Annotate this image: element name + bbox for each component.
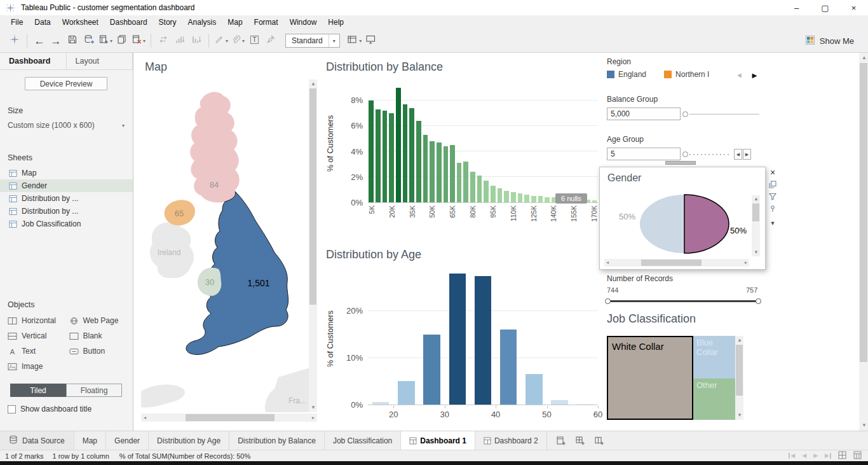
- balance-bar[interactable]: [477, 176, 482, 202]
- treemap-tile-white-collar[interactable]: White Collar: [607, 336, 693, 420]
- balance-bar[interactable]: [531, 196, 536, 202]
- redo-button[interactable]: →: [48, 32, 64, 50]
- gender-pin-button[interactable]: [768, 204, 777, 213]
- age-bar[interactable]: [372, 402, 390, 405]
- maximize-button[interactable]: ▢: [811, 0, 839, 15]
- age-bar[interactable]: [449, 274, 466, 405]
- menu-worksheet[interactable]: Worksheet: [57, 16, 104, 29]
- gender-slice-male[interactable]: [684, 195, 729, 253]
- minimize-button[interactable]: –: [782, 0, 811, 15]
- save-button[interactable]: [64, 32, 81, 50]
- range-slider-left-handle[interactable]: [605, 298, 611, 304]
- balance-bar[interactable]: [463, 162, 468, 202]
- scroll-right-icon[interactable]: ▸: [745, 260, 747, 265]
- sheet-item-gender[interactable]: Gender: [0, 179, 133, 192]
- balance-bar[interactable]: [498, 188, 503, 202]
- gender-vscroll-thumb[interactable]: [752, 204, 759, 221]
- balance-bar[interactable]: [470, 172, 475, 202]
- show-dashboard-title-checkbox[interactable]: [8, 405, 16, 413]
- highlight-button[interactable]: ▾: [213, 32, 229, 50]
- menu-analysis[interactable]: Analysis: [182, 16, 222, 29]
- balance-bar[interactable]: [376, 109, 381, 202]
- balance-group-slider-handle[interactable]: [682, 111, 688, 117]
- close-button[interactable]: ×: [839, 0, 868, 15]
- age-bar[interactable]: [526, 374, 543, 405]
- map-vertical-scrollbar[interactable]: ▲ ▼: [309, 80, 317, 412]
- presentation-mode-button[interactable]: [363, 32, 379, 50]
- menu-format[interactable]: Format: [248, 16, 284, 29]
- new-worksheet-tab-button[interactable]: [553, 434, 569, 448]
- sort-descending-button[interactable]: [188, 32, 205, 50]
- tiled-button[interactable]: Tiled: [10, 384, 66, 397]
- scroll-up-icon[interactable]: ▲: [754, 197, 759, 202]
- canvas-vscroll-thumb[interactable]: [860, 63, 867, 362]
- treemap-vertical-scrollbar[interactable]: ▲ ▼: [735, 336, 743, 420]
- scroll-right-icon[interactable]: ▸: [312, 415, 315, 420]
- age-bar[interactable]: [423, 335, 440, 405]
- canvas-vertical-scrollbar[interactable]: ▲ ▼: [859, 53, 868, 431]
- map-horizontal-scrollbar[interactable]: ◂ ▸: [141, 413, 317, 422]
- map-vscroll-thumb[interactable]: [309, 88, 316, 305]
- nulls-indicator[interactable]: 6 nulls: [555, 193, 587, 204]
- new-story-tab-button[interactable]: [592, 434, 607, 448]
- go-last-icon[interactable]: ▶: [825, 453, 831, 459]
- scroll-down-icon[interactable]: ▼: [754, 250, 759, 255]
- gender-open-window-button[interactable]: [768, 179, 777, 189]
- menu-data[interactable]: Data: [29, 16, 56, 29]
- scroll-up-icon[interactable]: ▲: [862, 55, 867, 60]
- balance-bar[interactable]: [457, 163, 462, 202]
- tab-dashboard-2[interactable]: Dashboard 2: [475, 431, 547, 450]
- legend-item-england[interactable]: England: [607, 70, 646, 79]
- balance-bar[interactable]: [545, 197, 550, 202]
- balance-bar[interactable]: [538, 196, 543, 202]
- object-text[interactable]: AText: [8, 344, 69, 359]
- show-me-button[interactable]: Show Me: [797, 32, 862, 50]
- balance-bar[interactable]: [491, 186, 496, 202]
- balance-bar[interactable]: [524, 195, 529, 202]
- age-group-slider-handle[interactable]: [682, 151, 688, 157]
- tab-distribution-by-age[interactable]: Distribution by Age: [149, 431, 229, 450]
- go-first-icon[interactable]: ◀: [789, 453, 795, 459]
- scroll-down-icon[interactable]: ▼: [862, 423, 867, 428]
- number-of-records-slider[interactable]: [607, 300, 759, 302]
- balance-bar[interactable]: [504, 191, 509, 202]
- legend-page-right-icon[interactable]: ►: [750, 71, 759, 80]
- age-bar[interactable]: [577, 404, 594, 405]
- gender-horizontal-scrollbar[interactable]: ◂ ▸: [604, 259, 749, 267]
- balance-bar[interactable]: [423, 135, 428, 202]
- object-blank[interactable]: Blank: [69, 328, 131, 344]
- tableau-home-button[interactable]: [6, 32, 23, 50]
- fit-selector[interactable]: Standard ▾: [285, 34, 340, 48]
- menu-dashboard[interactable]: Dashboard: [104, 16, 153, 29]
- tab-distribution-by-balance[interactable]: Distribution by Balance: [229, 431, 325, 450]
- scroll-left-icon[interactable]: ◂: [606, 260, 609, 265]
- tab-data-source[interactable]: Data Source: [0, 431, 74, 450]
- undo-button[interactable]: ←: [31, 32, 48, 50]
- show-hide-cards-button[interactable]: ▾: [346, 32, 363, 50]
- swap-rows-columns-button[interactable]: [155, 32, 172, 50]
- balance-group-slider-track[interactable]: [689, 114, 759, 115]
- age-group-slider-track[interactable]: [689, 154, 731, 155]
- clear-sheet-button[interactable]: ▾: [130, 32, 147, 50]
- object-horizontal[interactable]: Horizontal: [8, 313, 69, 328]
- sheet-item-job-classification[interactable]: Job Classification: [0, 218, 133, 230]
- balance-bar[interactable]: [450, 145, 455, 202]
- balance-bar[interactable]: [430, 141, 435, 202]
- balance-bar[interactable]: [592, 200, 597, 202]
- gender-slice-female[interactable]: [640, 195, 684, 253]
- sheet-item-distribution-by[interactable]: Distribution by ...: [0, 205, 133, 218]
- menu-window[interactable]: Window: [284, 16, 323, 29]
- balance-bar[interactable]: [416, 121, 421, 202]
- age-group-input[interactable]: [607, 148, 681, 160]
- go-previous-icon[interactable]: ◀: [802, 453, 806, 459]
- object-image[interactable]: Image: [8, 359, 69, 374]
- menu-map[interactable]: Map: [222, 16, 248, 29]
- age-bar[interactable]: [551, 400, 568, 405]
- gender-vertical-scrollbar[interactable]: ▲ ▼: [752, 195, 760, 256]
- pane-tab-layout[interactable]: Layout: [67, 53, 133, 69]
- add-data-source-button[interactable]: [81, 32, 97, 50]
- duplicate-button[interactable]: [114, 32, 130, 50]
- floating-button[interactable]: Floating: [66, 384, 122, 397]
- age-bar[interactable]: [475, 276, 492, 405]
- object-button[interactable]: Button: [69, 344, 131, 359]
